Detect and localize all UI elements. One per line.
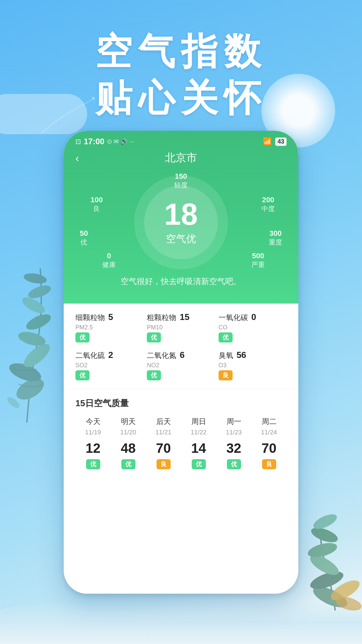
forecast-item: 明天 11/20 48 优 bbox=[111, 417, 146, 469]
pollutant-sub: PM10 bbox=[147, 324, 215, 331]
battery-badge: 43 bbox=[275, 138, 287, 146]
pollutant-value: 2 bbox=[108, 350, 113, 360]
nav-bar: ‹ 北京市 bbox=[64, 149, 298, 169]
scale-50: 50优 bbox=[80, 229, 88, 247]
forecast-title: 15日空气质量 bbox=[75, 397, 287, 409]
forecast-day: 周日 bbox=[191, 417, 206, 427]
pollutant-item: 一氧化碳 0 CO 优 bbox=[219, 312, 287, 342]
scale-0: 0健康 bbox=[102, 252, 116, 269]
pollutant-header: 二氧化硫 2 bbox=[75, 350, 143, 361]
pollutant-name: 一氧化碳 bbox=[219, 313, 248, 323]
hero-line2: 贴心关怀 bbox=[0, 73, 362, 123]
pollutant-item: 臭氧 56 O3 良 bbox=[219, 350, 287, 380]
forecast-date: 11/21 bbox=[156, 429, 172, 436]
gauge-inner-circle: 18 空气优 bbox=[144, 185, 218, 259]
wifi-icon: 📶 bbox=[263, 137, 272, 146]
status-right: 📶 43 bbox=[263, 137, 287, 146]
pollutant-badge: 优 bbox=[147, 370, 161, 380]
svg-point-7 bbox=[26, 283, 53, 301]
pollutant-name: 二氧化硫 bbox=[75, 351, 105, 361]
forecast-item: 周二 11/24 70 良 bbox=[251, 417, 287, 469]
gauge-value: 18 bbox=[164, 199, 198, 229]
scale-500: 500严重 bbox=[251, 252, 265, 269]
pollutant-badge: 良 bbox=[219, 370, 233, 380]
pollutant-badge: 优 bbox=[75, 370, 89, 380]
hero-line1: 空气指数 bbox=[0, 27, 362, 77]
status-icons: ⊙ ✉ 🔊 ··· bbox=[107, 138, 134, 145]
forecast-badge: 优 bbox=[86, 459, 100, 469]
pollutant-header: 粗颗粒物 15 bbox=[147, 312, 215, 323]
forecast-day: 周一 bbox=[227, 417, 241, 427]
pollutant-sub: NO2 bbox=[147, 362, 215, 369]
forecast-badge: 良 bbox=[262, 459, 276, 469]
forecast-day: 今天 bbox=[86, 417, 101, 427]
gauge-description: 空气很好，快去呼吸清新空气吧。 bbox=[64, 276, 298, 293]
forecast-value: 70 bbox=[261, 441, 277, 456]
pollutant-item: 细颗粒物 5 PM2.5 优 bbox=[75, 312, 143, 342]
pollutant-badge: 优 bbox=[147, 332, 161, 342]
pollutant-header: 臭氧 56 bbox=[219, 350, 287, 361]
forecast-value: 14 bbox=[191, 441, 206, 456]
forecast-badge: 良 bbox=[157, 459, 171, 469]
pollutant-name: 粗颗粒物 bbox=[147, 313, 176, 323]
app-content: 细颗粒物 5 PM2.5 优 粗颗粒物 15 PM10 优 一氧化碳 0 CO … bbox=[64, 304, 298, 594]
pollutant-section: 细颗粒物 5 PM2.5 优 粗颗粒物 15 PM10 优 一氧化碳 0 CO … bbox=[64, 304, 298, 389]
svg-point-5 bbox=[24, 311, 53, 333]
status-bar: ⊡ 17:00 ⊙ ✉ 🔊 ··· 📶 43 bbox=[64, 131, 298, 149]
forecast-item: 周一 11/23 32 优 bbox=[216, 417, 251, 469]
hero-title: 空气指数 贴心关怀 bbox=[0, 27, 362, 123]
pollutant-name: 细颗粒物 bbox=[75, 313, 105, 323]
forecast-badge: 优 bbox=[121, 459, 135, 469]
pollutant-value: 15 bbox=[180, 312, 189, 322]
pollutant-badge: 优 bbox=[219, 332, 233, 342]
pollutant-sub: O3 bbox=[219, 362, 287, 369]
pollutant-sub: SO2 bbox=[75, 362, 143, 369]
pollutant-value: 6 bbox=[180, 350, 184, 360]
pollutant-item: 二氧化氮 6 NO2 优 bbox=[147, 350, 215, 380]
forecast-day: 周二 bbox=[262, 417, 277, 427]
forecast-value: 12 bbox=[85, 441, 101, 456]
pollutant-value: 0 bbox=[251, 312, 256, 322]
pollutant-header: 一氧化碳 0 bbox=[219, 312, 287, 323]
scale-200: 200中度 bbox=[261, 196, 275, 213]
forecast-badge: 优 bbox=[227, 459, 241, 469]
pollutant-item: 粗颗粒物 15 PM10 优 bbox=[147, 312, 215, 342]
forecast-value: 32 bbox=[226, 441, 241, 456]
pollutant-item: 二氧化硫 2 SO2 优 bbox=[75, 350, 143, 380]
forecast-item: 今天 11/19 12 优 bbox=[75, 417, 111, 469]
forecast-day: 后天 bbox=[156, 417, 171, 427]
forecast-item: 周日 11/22 14 优 bbox=[181, 417, 216, 469]
forecast-grid: 今天 11/19 12 优 明天 11/20 48 优 后天 11/21 70 … bbox=[75, 417, 287, 469]
status-left: ⊡ 17:00 ⊙ ✉ 🔊 ··· bbox=[75, 137, 134, 146]
back-button[interactable]: ‹ bbox=[75, 152, 79, 164]
scale-100: 100良 bbox=[90, 196, 103, 213]
pollutant-grid: 细颗粒物 5 PM2.5 优 粗颗粒物 15 PM10 优 一氧化碳 0 CO … bbox=[75, 312, 287, 380]
svg-point-8 bbox=[23, 272, 48, 285]
pollutant-name: 二氧化氮 bbox=[147, 351, 176, 361]
status-sim-icon: ⊡ bbox=[75, 138, 81, 146]
gauge-quality-label: 空气优 bbox=[166, 232, 196, 246]
forecast-date: 11/20 bbox=[120, 429, 136, 436]
svg-point-14 bbox=[309, 525, 340, 545]
pollutant-sub: CO bbox=[219, 324, 287, 331]
status-time: 17:00 bbox=[84, 137, 104, 146]
pollutant-header: 细颗粒物 5 bbox=[75, 312, 143, 323]
app-header: ⊡ 17:00 ⊙ ✉ 🔊 ··· 📶 43 ‹ 北京市 150轻度 bbox=[64, 131, 298, 304]
forecast-day: 明天 bbox=[121, 417, 136, 427]
scale-300: 300重度 bbox=[269, 229, 282, 247]
gauge-outer-circle: 18 空气优 bbox=[134, 175, 228, 269]
gauge-section: 150轻度 100良 200中度 50优 300重度 0健康 5 bbox=[70, 169, 292, 276]
pollutant-header: 二氧化氮 6 bbox=[147, 350, 215, 361]
pollutant-sub: PM2.5 bbox=[75, 324, 143, 331]
forecast-date: 11/24 bbox=[261, 429, 277, 436]
forecast-date: 11/23 bbox=[226, 429, 242, 436]
phone-mockup: ⊡ 17:00 ⊙ ✉ 🔊 ··· 📶 43 ‹ 北京市 150轻度 bbox=[64, 131, 298, 594]
page-title: 北京市 bbox=[165, 151, 197, 165]
forecast-value: 70 bbox=[156, 441, 171, 456]
pollutant-name: 臭氧 bbox=[219, 351, 233, 361]
forecast-value: 48 bbox=[121, 441, 136, 456]
forecast-date: 11/19 bbox=[85, 429, 101, 436]
forecast-badge: 优 bbox=[192, 459, 206, 469]
forecast-item: 后天 11/21 70 良 bbox=[146, 417, 181, 469]
pollutant-value: 5 bbox=[108, 312, 113, 322]
